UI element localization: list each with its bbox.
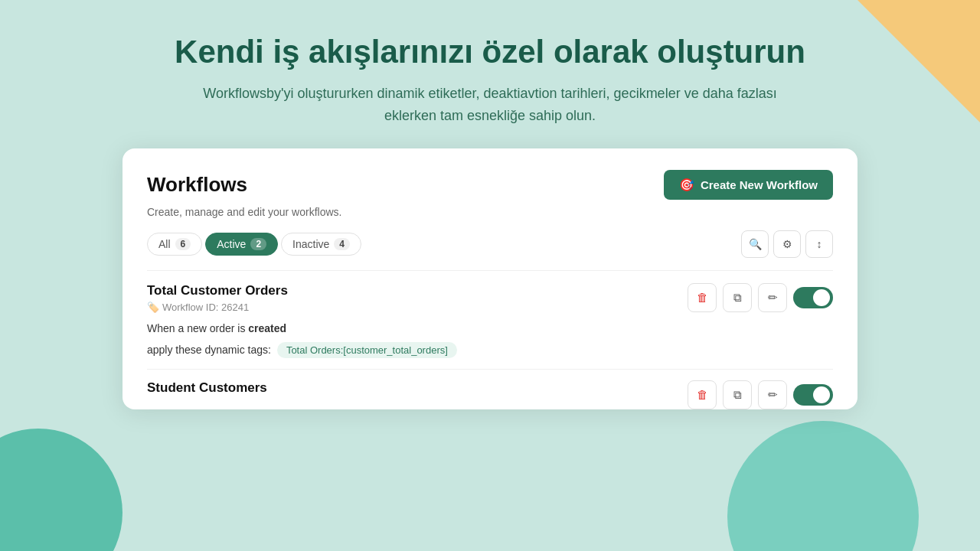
workflow-tags-1: apply these dynamic tags: Total Orders:[… — [147, 342, 833, 358]
workflow-actions-2: 🗑 ⧉ ✏ — [688, 380, 833, 409]
workflow-trigger-1: When a new order is created — [147, 322, 833, 334]
filter-icon: ⚙ — [782, 238, 792, 250]
hero-subtitle: Workflowsby'yi oluştururken dinamik etik… — [191, 83, 789, 127]
trigger-text-1: When a new order is — [147, 322, 248, 334]
tag-pill-1: Total Orders:[customer_total_orders] — [277, 342, 457, 358]
workflow-row-1: Total Customer Orders 🏷️ Workflow ID: 26… — [147, 283, 833, 313]
copy-icon-2: ⧉ — [733, 388, 742, 402]
edit-workflow-1-button[interactable]: ✏ — [758, 283, 787, 312]
delete-workflow-1-button[interactable]: 🗑 — [688, 283, 717, 312]
workflow-name-2: Student Customers — [147, 380, 267, 396]
tags-label-1: apply these dynamic tags: — [147, 344, 271, 356]
search-icon: 🔍 — [749, 238, 762, 250]
copy-workflow-1-button[interactable]: ⧉ — [723, 283, 752, 312]
toggle-workflow-2[interactable] — [793, 384, 833, 406]
workflow-info-2: Student Customers — [147, 380, 267, 399]
filter-tabs: All 6 Active 2 Inactive 4 — [147, 233, 361, 256]
tab-active-label: Active — [217, 238, 246, 250]
hero-section: Kendi iş akışlarınızı özel olarak oluştu… — [0, 0, 980, 148]
delete-icon: 🗑 — [697, 291, 708, 304]
copy-icon: ⧉ — [733, 291, 742, 305]
workflow-info-1: Total Customer Orders 🏷️ Workflow ID: 26… — [147, 283, 288, 313]
create-workflow-label: Create New Workflow — [701, 178, 818, 191]
workflow-actions-1: 🗑 ⧉ ✏ — [688, 283, 833, 312]
workflow-item-1: Total Customer Orders 🏷️ Workflow ID: 26… — [147, 270, 833, 369]
workflow-name-1: Total Customer Orders — [147, 283, 288, 298]
card-header: Workflows 🎯 Create New Workflow — [147, 170, 833, 200]
delete-workflow-2-button[interactable]: 🗑 — [688, 380, 717, 409]
tab-active[interactable]: Active 2 — [205, 233, 278, 256]
workflow-id-text-1: Workflow ID: 26241 — [162, 302, 249, 313]
tab-active-count: 2 — [250, 238, 266, 250]
edit-icon: ✏ — [768, 291, 778, 305]
tab-inactive-label: Inactive — [292, 238, 329, 250]
tab-all[interactable]: All 6 — [147, 233, 202, 256]
create-icon: 🎯 — [679, 178, 694, 192]
sort-icon: ↕ — [817, 238, 822, 250]
toggle-knob-2 — [813, 386, 830, 403]
toggle-knob-1 — [813, 289, 830, 306]
workflow-item-2: Student Customers 🗑 ⧉ ✏ — [147, 369, 833, 409]
workflow-id-1: 🏷️ Workflow ID: 26241 — [147, 302, 288, 313]
toggle-workflow-1[interactable] — [793, 287, 833, 308]
bg-decoration-circle-right — [727, 421, 919, 551]
tab-all-count: 6 — [175, 238, 191, 250]
page-title: Workflows — [147, 173, 247, 197]
edit-icon-2: ✏ — [768, 388, 778, 402]
hero-title: Kendi iş akışlarınızı özel olarak oluştu… — [92, 34, 888, 70]
bg-decoration-circle-left — [0, 429, 122, 551]
sort-button[interactable]: ↕ — [805, 230, 833, 258]
search-filter-button[interactable]: 🔍 — [741, 230, 769, 258]
workflow-row-2: Student Customers 🗑 ⧉ ✏ — [147, 380, 833, 409]
tab-inactive[interactable]: Inactive 4 — [281, 233, 361, 256]
edit-workflow-2-button[interactable]: ✏ — [758, 380, 787, 409]
card-description: Create, manage and edit your workflows. — [147, 206, 833, 218]
filter-bar: All 6 Active 2 Inactive 4 🔍 ⚙ ↕ — [147, 230, 833, 258]
workflow-id-emoji-1: 🏷️ — [147, 302, 159, 313]
workflows-card: Workflows 🎯 Create New Workflow Create, … — [122, 148, 858, 409]
delete-icon-2: 🗑 — [697, 388, 708, 401]
filter-actions: 🔍 ⚙ ↕ — [741, 230, 833, 258]
tab-inactive-count: 4 — [334, 238, 350, 250]
tab-all-label: All — [158, 238, 171, 250]
settings-filter-button[interactable]: ⚙ — [773, 230, 801, 258]
create-workflow-button[interactable]: 🎯 Create New Workflow — [664, 170, 833, 200]
copy-workflow-2-button[interactable]: ⧉ — [723, 380, 752, 409]
trigger-bold-1: created — [248, 322, 286, 334]
